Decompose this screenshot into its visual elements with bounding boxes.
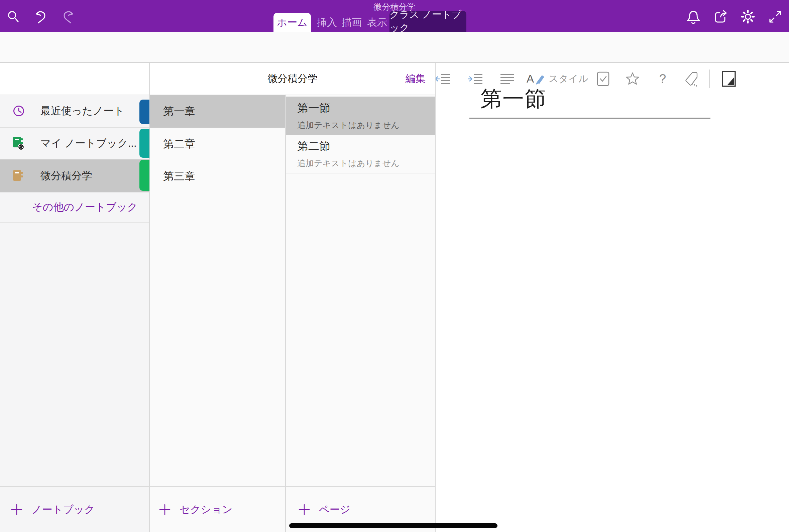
notebooks-panel-header	[0, 63, 149, 95]
expand-icon	[768, 10, 783, 24]
sidebar-item-recent-notes[interactable]: 最近使ったノート	[0, 95, 149, 127]
tab-home[interactable]: ホーム	[274, 13, 311, 32]
tab-view[interactable]: 表示	[363, 13, 392, 32]
page-title-underline	[469, 118, 710, 119]
row-separator	[286, 173, 435, 173]
tab-class-notebook[interactable]: クラス ノートブック	[390, 11, 466, 32]
tab-draw[interactable]: 描画	[337, 13, 366, 32]
add-notebook-label: ノートブック	[32, 502, 95, 517]
notebook-sync-icon	[8, 136, 30, 151]
star-tag-button[interactable]	[623, 64, 642, 94]
section-label: 第三章	[163, 169, 195, 184]
more-tags-button[interactable]	[682, 64, 701, 94]
outdent-icon	[435, 73, 451, 85]
fullscreen-button[interactable]	[768, 9, 783, 25]
section-item[interactable]: 第二章	[150, 128, 285, 160]
outdent-button[interactable]	[433, 64, 452, 94]
notebook-icon	[8, 169, 30, 183]
todo-checkbox-icon	[597, 71, 610, 87]
plus-icon	[10, 503, 23, 516]
plus-icon	[298, 503, 311, 516]
gear-icon	[740, 9, 755, 24]
page-subtitle-label: 追加テキストはありません	[297, 158, 435, 169]
bell-icon	[686, 9, 701, 24]
page-title-label: 第二節	[297, 139, 435, 154]
page-corner-icon	[721, 71, 736, 87]
page-item[interactable]: 第二節 追加テキストはありません	[286, 135, 435, 173]
page-title-editor[interactable]: 第一節	[481, 84, 547, 113]
question-glyph: ?	[659, 72, 666, 86]
indent-icon	[467, 73, 483, 85]
ribbon-bar: 微分積分学 ホーム 挿入 描画 表示 クラス ノートブック	[0, 0, 789, 32]
styles-label: スタイル	[549, 72, 588, 86]
share-button[interactable]	[713, 9, 728, 25]
style-a-glyph: A	[527, 73, 534, 85]
format-toolbar: Yu Gothic 20 B I U abc A	[0, 32, 789, 63]
add-section-label: セクション	[180, 502, 233, 517]
star-icon	[625, 72, 640, 86]
page-panel-button[interactable]	[719, 64, 738, 94]
section-list-header: 微分積分学 編集	[150, 63, 436, 95]
add-section-button[interactable]: セクション	[150, 486, 285, 532]
notebook-color-tab-green	[139, 160, 149, 191]
style-brush-icon	[535, 73, 545, 84]
sidebar-item-label: 微分積分学	[40, 169, 92, 183]
section-item[interactable]: 第三章	[150, 160, 285, 192]
onenote-app: 微分積分学 ホーム 挿入 描画 表示 クラス ノートブック	[0, 0, 789, 532]
question-tag-button[interactable]: ?	[653, 64, 672, 94]
more-notebooks-link[interactable]: その他のノートブック	[32, 192, 138, 222]
notebook-color-tab-teal	[139, 129, 149, 158]
section-label: 第一章	[163, 104, 195, 119]
section-item-selected[interactable]: 第一章	[150, 95, 285, 128]
section-label: 第二章	[163, 137, 195, 151]
todo-tag-button[interactable]	[594, 64, 613, 94]
section-header-title: 微分積分学	[268, 72, 318, 86]
add-page-label: ページ	[319, 502, 350, 517]
page-item-selected[interactable]: 第一節 追加テキストはありません	[286, 97, 435, 135]
share-icon	[713, 10, 728, 24]
settings-button[interactable]	[740, 9, 755, 25]
sidebar-item-label: 最近使ったノート	[40, 104, 124, 118]
sidebar-item-calculus-selected[interactable]: 微分積分学	[0, 159, 149, 192]
pages-content-divider	[435, 63, 436, 532]
toolbar-divider	[710, 70, 710, 88]
sidebar-item-label: マイ ノートブック...	[40, 136, 137, 150]
notifications-button[interactable]	[686, 9, 701, 25]
row-separator	[0, 222, 149, 223]
add-notebook-button[interactable]: ノートブック	[0, 486, 149, 532]
edit-button[interactable]: 編集	[406, 63, 426, 95]
page-title-label: 第一節	[297, 100, 435, 116]
align-icon	[500, 73, 514, 85]
plus-icon	[158, 503, 171, 516]
home-indicator[interactable]	[289, 523, 497, 528]
page-subtitle-label: 追加テキストはありません	[297, 120, 435, 131]
sidebar-item-my-notebook[interactable]: マイ ノートブック...	[0, 127, 149, 159]
tag-icon	[684, 71, 699, 87]
clock-icon	[8, 104, 30, 117]
notebook-color-tab-blue	[139, 100, 149, 124]
